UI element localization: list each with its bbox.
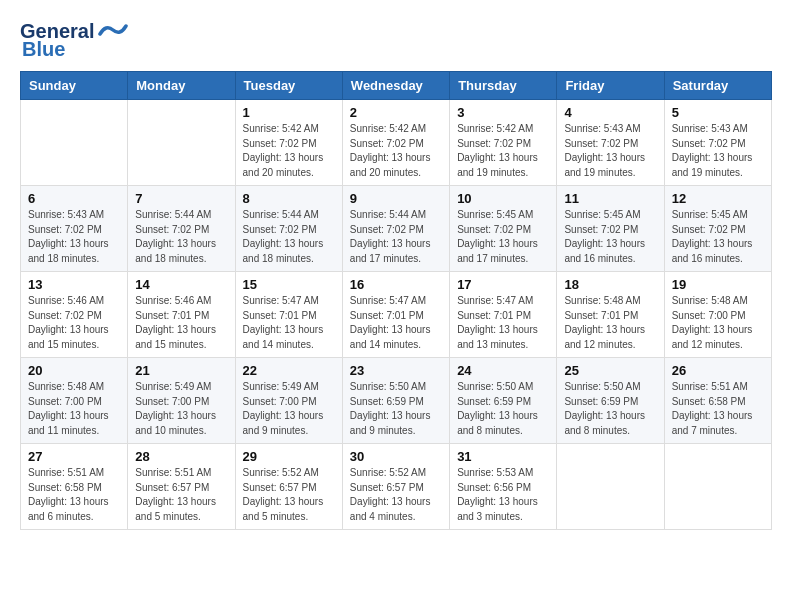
day-number: 25: [564, 363, 656, 378]
day-number: 21: [135, 363, 227, 378]
calendar-cell: 15Sunrise: 5:47 AM Sunset: 7:01 PM Dayli…: [235, 272, 342, 358]
day-number: 30: [350, 449, 442, 464]
logo-blue: Blue: [22, 38, 65, 61]
day-info: Sunrise: 5:48 AM Sunset: 7:00 PM Dayligh…: [28, 380, 120, 438]
day-number: 24: [457, 363, 549, 378]
day-info: Sunrise: 5:49 AM Sunset: 7:00 PM Dayligh…: [135, 380, 227, 438]
calendar-cell: 6Sunrise: 5:43 AM Sunset: 7:02 PM Daylig…: [21, 186, 128, 272]
calendar-cell: 16Sunrise: 5:47 AM Sunset: 7:01 PM Dayli…: [342, 272, 449, 358]
calendar-cell: 14Sunrise: 5:46 AM Sunset: 7:01 PM Dayli…: [128, 272, 235, 358]
day-info: Sunrise: 5:52 AM Sunset: 6:57 PM Dayligh…: [243, 466, 335, 524]
day-info: Sunrise: 5:43 AM Sunset: 7:02 PM Dayligh…: [28, 208, 120, 266]
calendar-cell: 4Sunrise: 5:43 AM Sunset: 7:02 PM Daylig…: [557, 100, 664, 186]
day-info: Sunrise: 5:47 AM Sunset: 7:01 PM Dayligh…: [243, 294, 335, 352]
weekday-header-sunday: Sunday: [21, 72, 128, 100]
day-number: 3: [457, 105, 549, 120]
calendar-cell: 8Sunrise: 5:44 AM Sunset: 7:02 PM Daylig…: [235, 186, 342, 272]
day-info: Sunrise: 5:53 AM Sunset: 6:56 PM Dayligh…: [457, 466, 549, 524]
day-info: Sunrise: 5:50 AM Sunset: 6:59 PM Dayligh…: [350, 380, 442, 438]
calendar-cell: 18Sunrise: 5:48 AM Sunset: 7:01 PM Dayli…: [557, 272, 664, 358]
logo: General Blue: [20, 20, 128, 61]
calendar-cell: [557, 444, 664, 530]
calendar-cell: 2Sunrise: 5:42 AM Sunset: 7:02 PM Daylig…: [342, 100, 449, 186]
calendar-cell: 30Sunrise: 5:52 AM Sunset: 6:57 PM Dayli…: [342, 444, 449, 530]
calendar-cell: 24Sunrise: 5:50 AM Sunset: 6:59 PM Dayli…: [450, 358, 557, 444]
calendar-cell: [21, 100, 128, 186]
calendar-cell: 31Sunrise: 5:53 AM Sunset: 6:56 PM Dayli…: [450, 444, 557, 530]
calendar-cell: 9Sunrise: 5:44 AM Sunset: 7:02 PM Daylig…: [342, 186, 449, 272]
day-number: 22: [243, 363, 335, 378]
day-number: 11: [564, 191, 656, 206]
weekday-header-wednesday: Wednesday: [342, 72, 449, 100]
day-number: 15: [243, 277, 335, 292]
day-number: 20: [28, 363, 120, 378]
day-info: Sunrise: 5:45 AM Sunset: 7:02 PM Dayligh…: [564, 208, 656, 266]
calendar-cell: [128, 100, 235, 186]
day-number: 2: [350, 105, 442, 120]
calendar-week-row: 20Sunrise: 5:48 AM Sunset: 7:00 PM Dayli…: [21, 358, 772, 444]
calendar-cell: 10Sunrise: 5:45 AM Sunset: 7:02 PM Dayli…: [450, 186, 557, 272]
day-number: 8: [243, 191, 335, 206]
calendar-cell: 19Sunrise: 5:48 AM Sunset: 7:00 PM Dayli…: [664, 272, 771, 358]
day-info: Sunrise: 5:46 AM Sunset: 7:02 PM Dayligh…: [28, 294, 120, 352]
day-info: Sunrise: 5:47 AM Sunset: 7:01 PM Dayligh…: [350, 294, 442, 352]
day-info: Sunrise: 5:44 AM Sunset: 7:02 PM Dayligh…: [350, 208, 442, 266]
calendar-cell: 27Sunrise: 5:51 AM Sunset: 6:58 PM Dayli…: [21, 444, 128, 530]
calendar-cell: 22Sunrise: 5:49 AM Sunset: 7:00 PM Dayli…: [235, 358, 342, 444]
day-number: 7: [135, 191, 227, 206]
calendar-cell: 1Sunrise: 5:42 AM Sunset: 7:02 PM Daylig…: [235, 100, 342, 186]
weekday-header-saturday: Saturday: [664, 72, 771, 100]
calendar-cell: 17Sunrise: 5:47 AM Sunset: 7:01 PM Dayli…: [450, 272, 557, 358]
day-info: Sunrise: 5:45 AM Sunset: 7:02 PM Dayligh…: [457, 208, 549, 266]
header-area: General Blue: [20, 20, 772, 61]
day-info: Sunrise: 5:52 AM Sunset: 6:57 PM Dayligh…: [350, 466, 442, 524]
day-info: Sunrise: 5:51 AM Sunset: 6:58 PM Dayligh…: [672, 380, 764, 438]
day-info: Sunrise: 5:44 AM Sunset: 7:02 PM Dayligh…: [135, 208, 227, 266]
day-number: 29: [243, 449, 335, 464]
day-number: 28: [135, 449, 227, 464]
calendar-cell: 7Sunrise: 5:44 AM Sunset: 7:02 PM Daylig…: [128, 186, 235, 272]
day-number: 19: [672, 277, 764, 292]
day-number: 6: [28, 191, 120, 206]
calendar-table: SundayMondayTuesdayWednesdayThursdayFrid…: [20, 71, 772, 530]
calendar-week-row: 6Sunrise: 5:43 AM Sunset: 7:02 PM Daylig…: [21, 186, 772, 272]
day-number: 1: [243, 105, 335, 120]
day-info: Sunrise: 5:48 AM Sunset: 7:00 PM Dayligh…: [672, 294, 764, 352]
day-number: 4: [564, 105, 656, 120]
day-number: 9: [350, 191, 442, 206]
calendar-cell: 26Sunrise: 5:51 AM Sunset: 6:58 PM Dayli…: [664, 358, 771, 444]
day-info: Sunrise: 5:49 AM Sunset: 7:00 PM Dayligh…: [243, 380, 335, 438]
day-info: Sunrise: 5:47 AM Sunset: 7:01 PM Dayligh…: [457, 294, 549, 352]
day-number: 10: [457, 191, 549, 206]
calendar-week-row: 1Sunrise: 5:42 AM Sunset: 7:02 PM Daylig…: [21, 100, 772, 186]
day-info: Sunrise: 5:51 AM Sunset: 6:58 PM Dayligh…: [28, 466, 120, 524]
day-info: Sunrise: 5:51 AM Sunset: 6:57 PM Dayligh…: [135, 466, 227, 524]
weekday-header-friday: Friday: [557, 72, 664, 100]
calendar-cell: 12Sunrise: 5:45 AM Sunset: 7:02 PM Dayli…: [664, 186, 771, 272]
day-number: 12: [672, 191, 764, 206]
day-info: Sunrise: 5:44 AM Sunset: 7:02 PM Dayligh…: [243, 208, 335, 266]
calendar-cell: 23Sunrise: 5:50 AM Sunset: 6:59 PM Dayli…: [342, 358, 449, 444]
day-number: 23: [350, 363, 442, 378]
day-info: Sunrise: 5:43 AM Sunset: 7:02 PM Dayligh…: [564, 122, 656, 180]
day-info: Sunrise: 5:43 AM Sunset: 7:02 PM Dayligh…: [672, 122, 764, 180]
day-info: Sunrise: 5:42 AM Sunset: 7:02 PM Dayligh…: [243, 122, 335, 180]
calendar-cell: [664, 444, 771, 530]
day-info: Sunrise: 5:42 AM Sunset: 7:02 PM Dayligh…: [350, 122, 442, 180]
weekday-header-monday: Monday: [128, 72, 235, 100]
day-info: Sunrise: 5:50 AM Sunset: 6:59 PM Dayligh…: [457, 380, 549, 438]
calendar-cell: 13Sunrise: 5:46 AM Sunset: 7:02 PM Dayli…: [21, 272, 128, 358]
day-info: Sunrise: 5:48 AM Sunset: 7:01 PM Dayligh…: [564, 294, 656, 352]
day-info: Sunrise: 5:50 AM Sunset: 6:59 PM Dayligh…: [564, 380, 656, 438]
weekday-header-row: SundayMondayTuesdayWednesdayThursdayFrid…: [21, 72, 772, 100]
calendar-cell: 3Sunrise: 5:42 AM Sunset: 7:02 PM Daylig…: [450, 100, 557, 186]
day-info: Sunrise: 5:45 AM Sunset: 7:02 PM Dayligh…: [672, 208, 764, 266]
day-number: 17: [457, 277, 549, 292]
calendar-cell: 11Sunrise: 5:45 AM Sunset: 7:02 PM Dayli…: [557, 186, 664, 272]
calendar-cell: 20Sunrise: 5:48 AM Sunset: 7:00 PM Dayli…: [21, 358, 128, 444]
calendar-week-row: 13Sunrise: 5:46 AM Sunset: 7:02 PM Dayli…: [21, 272, 772, 358]
day-number: 14: [135, 277, 227, 292]
day-number: 16: [350, 277, 442, 292]
day-info: Sunrise: 5:46 AM Sunset: 7:01 PM Dayligh…: [135, 294, 227, 352]
calendar-cell: 21Sunrise: 5:49 AM Sunset: 7:00 PM Dayli…: [128, 358, 235, 444]
